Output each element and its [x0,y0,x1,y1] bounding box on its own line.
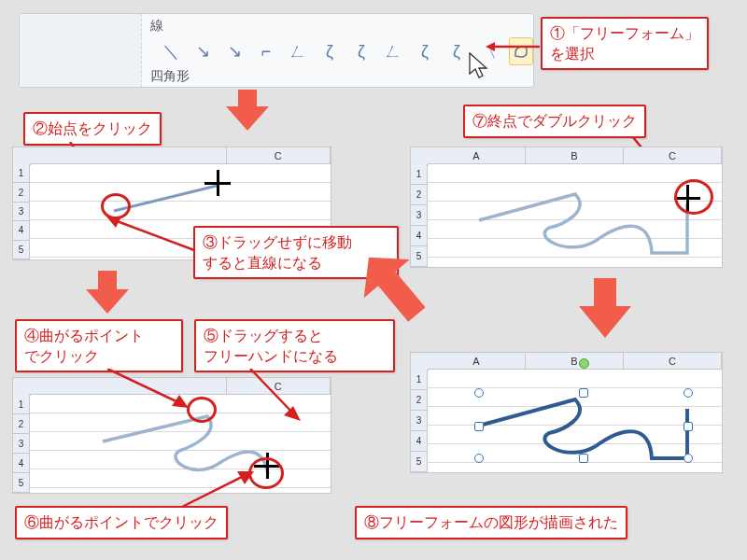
row-header[interactable]: 4 [13,221,30,240]
col-header[interactable]: C [227,147,331,164]
column-headers: C [30,378,331,395]
row-header[interactable]: 2 [13,414,30,434]
freeform-tool-icon[interactable] [509,37,533,65]
row-header[interactable]: 4 [411,226,428,246]
drawing-step7 [428,164,726,272]
callout-step8: ⑧フリーフォームの図形が描画された [355,506,627,539]
callout-step4: ④曲がるポイント でクリック [15,319,183,372]
rotate-handle-icon[interactable] [579,358,589,369]
sheet-corner [411,353,429,371]
highlight-circle-end [674,179,713,215]
sheet-corner [411,147,429,165]
row-header[interactable]: 3 [13,434,30,454]
column-headers: C [30,147,331,164]
selection-handle[interactable] [474,388,484,398]
curve3-tool-icon[interactable]: ζ [414,38,436,64]
worksheet-panel-2: A B C 1 2 3 4 5 [411,147,722,267]
selection-handle[interactable] [474,422,484,431]
draw-cursor-icon [204,170,231,196]
toolbar-section-lines: 線 [150,18,163,35]
selection-handle[interactable] [684,454,693,463]
row-header[interactable]: 1 [411,164,428,185]
sheet-corner [13,147,31,165]
sheet-corner [13,378,31,396]
selection-handle[interactable] [474,454,484,463]
col-header[interactable]: A [428,353,526,370]
line-tool-icon[interactable]: ＼ [160,38,182,64]
highlight-circle-step6 [248,457,284,489]
row-header[interactable]: 4 [13,454,30,473]
highlight-circle-bend [187,397,217,423]
row-header[interactable]: 2 [411,185,428,205]
row-header[interactable]: 3 [411,205,428,226]
curve-tool-icon[interactable]: ζ [318,38,341,64]
row-header[interactable]: 5 [411,452,428,472]
row-header[interactable]: 1 [13,395,30,414]
row-headers: 1 2 3 4 5 [411,164,428,267]
col-header[interactable]: C [227,378,331,395]
col-header[interactable]: B [526,353,624,370]
col-header[interactable] [30,378,227,395]
arrow2-tool-icon[interactable]: ↘ [223,38,246,64]
freeform-shape-icon [513,43,529,60]
worksheet-panel-4: A B C 1 2 3 4 5 [411,353,722,472]
col-header[interactable]: A [428,147,526,164]
flow-arrow-icon [577,278,633,343]
shapes-toolbar: 線 四角形 ＼ ↘ ↘ ⌐ ㄥ ζ ζ ㄥ ζ ζ 〈 [19,13,534,88]
flow-arrow-icon [84,271,131,317]
arrow-tool-icon[interactable]: ↘ [191,38,214,64]
column-headers: A B C [428,147,722,164]
row-headers: 1 2 3 4 5 [13,164,30,259]
row-header[interactable]: 5 [13,473,30,493]
row-header[interactable]: 2 [411,390,428,411]
elbow-tool-icon[interactable]: ⌐ [255,38,277,64]
col-header[interactable]: B [526,147,624,164]
row-header[interactable]: 5 [13,241,30,259]
toolbar-section-rects: 四角形 [150,68,190,85]
row-header[interactable]: 2 [13,183,30,202]
toolbar-gap [20,14,142,87]
callout-step1: ①「フリーフォーム」 を選択 [541,17,709,70]
mouse-cursor-icon [466,51,494,87]
flow-arrow-icon [224,90,271,134]
curve4-tool-icon[interactable]: ζ [445,38,468,64]
callout-step6: ⑥曲がるポイントでクリック [15,506,228,539]
row-header[interactable]: 1 [411,370,428,390]
row-headers: 1 2 3 4 5 [411,370,428,472]
row-header[interactable]: 3 [13,203,30,221]
highlight-circle-start [101,193,131,219]
col-header[interactable]: C [624,353,722,370]
col-header[interactable]: C [624,147,722,164]
drawing-final-shape[interactable] [428,370,726,477]
callout-step5: ⑤ドラッグすると フリーハンドになる [194,319,395,372]
row-header[interactable]: 4 [411,431,428,452]
callout-step7: ⑦終点でダブルクリック [463,105,646,138]
elbow3-tool-icon[interactable]: ㄥ [382,38,404,64]
column-headers: A B C [428,353,722,370]
row-header[interactable]: 3 [411,411,428,431]
col-header[interactable] [30,147,227,164]
row-header[interactable]: 5 [411,246,428,267]
drawing-step4-5 [30,395,329,497]
row-headers: 1 2 3 4 5 [13,395,30,493]
curve2-tool-icon[interactable]: ζ [350,38,373,64]
selection-handle[interactable] [684,388,693,398]
callout-step2: ②始点をクリック [23,112,162,146]
selection-handle[interactable] [579,454,588,463]
elbow2-tool-icon[interactable]: ㄥ [287,38,309,64]
selection-handle[interactable] [579,388,588,398]
selection-handle[interactable] [684,422,693,431]
row-header[interactable]: 1 [13,164,30,183]
